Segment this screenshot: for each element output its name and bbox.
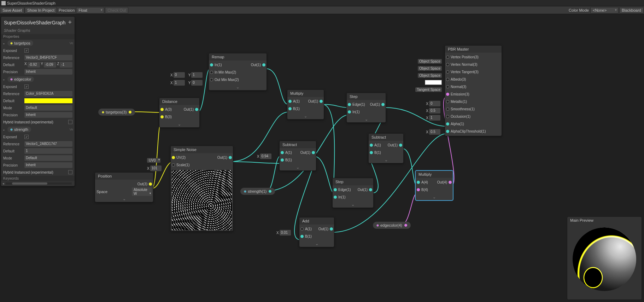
node-title[interactable]: Subtract [369,134,403,141]
node-multiply-1[interactable]: Multiply A(1) Out(1) B(1) ⌄ [287,89,324,120]
port-b[interactable]: B(4) [416,188,429,192]
node-title[interactable]: Remap [209,53,267,60]
graph-canvas[interactable]: targetpos(3) strength(1) edgecolor(4) Po… [0,14,644,302]
node-title[interactable]: Multiply [416,171,453,178]
property-chip-edgecolor[interactable]: edgecolor(4) [373,222,411,229]
port-b[interactable]: B(3) [159,115,173,119]
pbr-space-dropdown[interactable]: Object Space [418,59,442,64]
expand-icon[interactable]: ⌄ [2,128,6,131]
node-remap[interactable]: Remap In(1) Out(1) In Min Max(2) Out Min… [209,53,267,91]
expand-icon[interactable]: ⌄ [2,77,6,81]
mode-dropdown[interactable]: Default [24,155,72,161]
port-alpha[interactable]: Alpha(1) [445,122,466,126]
inline-x[interactable]: 0.94 [260,153,271,159]
collapse-icon[interactable]: ⌄ [159,121,199,127]
node-title[interactable]: Position [95,173,153,180]
port-out[interactable]: Out(1) [307,99,324,103]
exposed-checkbox[interactable]: ✓ [24,85,29,89]
property-chip-strength[interactable]: strength(1) [240,188,275,195]
port-uv[interactable]: UV(2) [171,156,187,159]
node-pbr-master[interactable]: PBR Master Vertex Position(3) Vertex Nor… [445,45,502,136]
inline-x[interactable]: 0 [429,101,440,106]
pbr-space-dropdown[interactable]: Tangent Space [415,87,442,92]
property-edgecolor[interactable]: ⌄ edgecolor Exposed✓ ReferenceColor_E6F8… [1,75,75,126]
port-a[interactable]: A(1) [280,151,293,155]
node-title[interactable]: Distance [159,98,199,105]
port-in[interactable]: In(1) [333,195,347,199]
preview-sphere[interactable] [573,227,636,291]
space-dropdown[interactable]: Absolute W [132,187,152,196]
out-port[interactable] [269,190,271,193]
color-swatch[interactable] [24,98,72,103]
port-out[interactable]: Out(1) [369,103,386,106]
precision-dropdown[interactable]: Inherit [24,69,72,75]
blackboard-panel[interactable]: SuperDissolveShaderGraph + Shader Graphs… [1,16,75,186]
port-out[interactable]: Out(1) [386,143,403,147]
collapse-icon[interactable]: ⌄ [416,194,453,200]
main-preview-panel[interactable]: Main Preview [567,216,642,300]
port-out[interactable]: Out(1) [299,151,316,155]
inline-x[interactable]: 0.01 [280,230,291,236]
node-subtract-2[interactable]: Subtract A(1) Out(1) B(1) ⌄ [368,133,404,163]
port-out[interactable]: Out(1) [182,108,199,111]
collapse-icon[interactable]: ⌄ [369,157,403,163]
scrollbar-thumb[interactable] [12,182,47,185]
port-edge[interactable]: Edge(1) [347,103,367,106]
simplenoise-uv-dropdown[interactable]: UV0 [147,158,160,162]
port-a[interactable]: A(3) [159,108,173,111]
exposed-checkbox[interactable]: ✓ [24,48,29,53]
hybrid-checkbox[interactable] [68,170,72,174]
port-out[interactable]: Out(4) [436,180,453,184]
collapse-icon[interactable]: ⌄ [299,241,334,247]
port-b[interactable]: B(1) [287,107,301,111]
node-position[interactable]: Position Out(3) Space Absolute W ⌄ [95,172,153,202]
node-title[interactable]: PBR Master [445,46,502,53]
inline-x[interactable]: 101 [150,165,162,171]
node-distance[interactable]: Distance A(3) Out(1) B(3) ⌄ [159,98,200,128]
expand-icon[interactable]: ⌄ [2,41,6,45]
port-out[interactable]: Out(1) [250,63,267,67]
node-step-1[interactable]: Step Edge(1) Out(1) In(1) ⌄ [346,93,386,123]
port-alphaclip[interactable]: AlphaClipThreshold(1) [445,129,487,133]
inline-x[interactable]: 1 [429,115,440,121]
port-out[interactable]: Out(1) [317,227,334,231]
node-multiply-2[interactable]: Multiply A(4) Out(4) B(4) ⌄ [415,170,453,201]
port-edge[interactable]: Edge(1) [333,188,352,192]
property-targetpos[interactable]: ⌄ targetpos Ve Exposed✓ ReferenceVector3… [1,39,75,75]
port-out-minmax[interactable]: Out Min Max(2) [209,78,240,82]
blackboard-button[interactable]: Blackboard [619,7,644,13]
port-emission[interactable]: Emission(3) [445,92,471,96]
port-metallic[interactable]: Metallic(1) [445,100,468,104]
port-a[interactable]: A(1) [369,143,382,147]
default-x[interactable]: -0.92 [28,62,40,68]
pbr-albedo-color[interactable] [425,80,442,85]
show-in-project-button[interactable]: Show In Project [25,7,57,13]
inline-x[interactable]: 0.5 [429,129,440,135]
property-chip-targetpos[interactable]: targetpos(3) [98,109,135,116]
node-subtract-1[interactable]: Subtract A(1) Out(1) B(1) ⌄ [279,141,316,171]
collapse-icon[interactable]: ⌄ [280,164,316,170]
port-out[interactable]: Out(3) [136,182,153,186]
precision-dropdown[interactable]: Inherit [24,112,72,118]
exposed-checkbox[interactable]: ✓ [24,135,29,139]
port-vertex-normal[interactable]: Vertex Normal(3) [445,63,479,66]
inline-x[interactable]: 0.5 [429,108,440,114]
node-title[interactable]: Add [299,217,334,225]
check-out-button[interactable]: Check Out [105,7,128,13]
scroll-left-icon[interactable]: ◂ [2,182,4,185]
node-title[interactable]: Step [333,178,373,185]
node-step-2[interactable]: Step Edge(1) Out(1) In(1) ⌄ [332,178,374,208]
port-vertex-position[interactable]: Vertex Position(3) [445,55,480,59]
port-in[interactable]: In(1) [209,63,223,67]
node-title[interactable]: Subtract [280,141,316,148]
out-port[interactable] [404,224,407,227]
collapse-icon[interactable]: ⌄ [209,84,267,90]
port-a[interactable]: A(1) [299,227,313,231]
reference-field[interactable]: Vector3_B45F07CF [24,55,72,60]
hybrid-checkbox[interactable] [68,120,72,124]
default-y[interactable]: -0.09 [44,62,57,68]
default-z[interactable]: -1 [60,62,72,68]
port-b[interactable]: B(1) [280,158,293,162]
color-mode-dropdown[interactable]: <None> [590,7,619,13]
precision-dropdown[interactable]: Inherit [24,162,72,168]
